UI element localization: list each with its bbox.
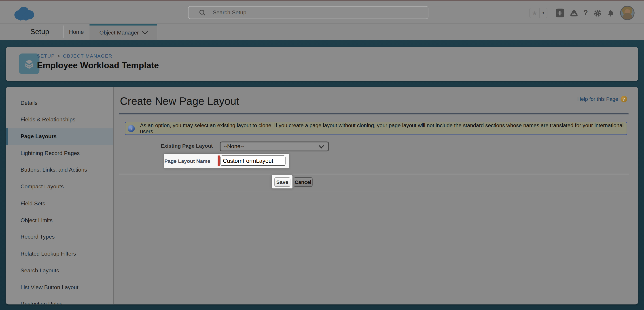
- sidebar-item-object-limits[interactable]: Object Limits: [6, 212, 113, 229]
- app-name-label: Setup: [30, 24, 49, 40]
- salesforce-setup-app: ★ ▼ ?: [0, 0, 644, 310]
- content-card: Details Fields & Relationships Page Layo…: [6, 87, 638, 305]
- search-input[interactable]: [212, 9, 394, 16]
- plus-icon: [556, 9, 564, 18]
- notifications-button[interactable]: [607, 9, 614, 17]
- setup-nav-bar: Setup Home Object Manager: [0, 24, 644, 40]
- panel-divider: [119, 191, 629, 191]
- quick-create-button[interactable]: [556, 9, 564, 18]
- page-title: Create New Page Layout: [120, 95, 239, 108]
- user-avatar[interactable]: [620, 6, 634, 20]
- sidebar-item-search-layouts[interactable]: Search Layouts: [6, 262, 113, 279]
- main-content: Create New Page Layout Help for this Pag…: [114, 87, 638, 305]
- panel-divider: [119, 174, 629, 174]
- favorites-split-button: ★ ▼: [530, 8, 548, 18]
- sidebar-item-fields-relationships[interactable]: Fields & Relationships: [6, 111, 113, 128]
- help-button[interactable]: ?: [584, 9, 588, 18]
- setup-gear-icon: [593, 9, 602, 17]
- tab-home[interactable]: Home: [63, 24, 90, 40]
- nav-separator: [157, 25, 158, 38]
- bell-icon: [607, 9, 614, 17]
- breadcrumb-separator: >: [57, 53, 60, 58]
- required-field-indicator: [218, 156, 219, 166]
- breadcrumb-object-manager-link[interactable]: OBJECT MANAGER: [63, 53, 112, 58]
- object-title: Employee Workload Template: [37, 60, 159, 70]
- sidebar-item-compact-layouts[interactable]: Compact Layouts: [6, 179, 113, 195]
- help-link-label: Help for this Page: [577, 96, 618, 102]
- help-orange-icon: ?: [620, 96, 627, 103]
- panel-top-border: [119, 113, 629, 114]
- search-icon: [199, 9, 206, 16]
- sidebar-item-restriction-rules[interactable]: Restriction Rules: [6, 296, 113, 305]
- sidebar-item-field-sets[interactable]: Field Sets: [6, 195, 113, 212]
- info-message-box: i As an option, you may select an existi…: [125, 122, 627, 135]
- global-search: [188, 6, 428, 19]
- trailhead-button[interactable]: [570, 9, 578, 18]
- global-header: ★ ▼ ?: [0, 1, 644, 24]
- selected-option-label: --None--: [224, 143, 320, 150]
- page-layout-name-input[interactable]: [220, 156, 285, 166]
- sidebar-item-record-types[interactable]: Record Types: [6, 229, 113, 246]
- breadcrumb-setup-link[interactable]: SETUP: [37, 53, 55, 58]
- tab-object-manager-label: Object Manager: [99, 30, 139, 36]
- select-chevron-down-icon: [319, 143, 324, 148]
- existing-page-layout-label: Existing Page Layout: [119, 143, 213, 149]
- sidebar-item-page-layouts[interactable]: Page Layouts: [6, 128, 113, 145]
- sidebar-item-related-lookup-filters[interactable]: Related Lookup Filters: [6, 246, 113, 262]
- trailhead-icon: [570, 9, 578, 18]
- favorites-star-icon[interactable]: ★: [530, 8, 540, 18]
- object-sidebar: Details Fields & Relationships Page Layo…: [6, 87, 114, 305]
- tab-home-label: Home: [69, 29, 84, 35]
- breadcrumb: SETUP > OBJECT MANAGER: [37, 53, 112, 58]
- existing-page-layout-select[interactable]: --None--: [220, 141, 329, 151]
- save-button[interactable]: Save: [274, 177, 290, 187]
- setup-button[interactable]: [593, 9, 602, 17]
- sidebar-item-buttons-links-actions[interactable]: Buttons, Links, and Actions: [6, 162, 113, 179]
- chevron-down-icon: [142, 29, 148, 35]
- object-manager-layers-icon: [19, 53, 39, 74]
- page-layout-name-spotlight: Page Layout Name: [164, 154, 289, 169]
- info-icon: i: [128, 125, 134, 132]
- screen: ★ ▼ ?: [0, 0, 644, 310]
- sidebar-item-lightning-record-pages[interactable]: Lightning Record Pages: [6, 145, 113, 162]
- cancel-button[interactable]: Cancel: [294, 177, 312, 187]
- object-header-card: SETUP > OBJECT MANAGER Employee Workload…: [6, 47, 638, 81]
- tab-object-manager[interactable]: Object Manager: [90, 24, 157, 40]
- page-layout-name-label: Page Layout Name: [164, 154, 210, 169]
- salesforce-cloud-logo-icon: [14, 6, 36, 20]
- favorites-caret-icon[interactable]: ▼: [540, 8, 548, 18]
- sidebar-item-list-view-button-layout[interactable]: List View Button Layout: [6, 279, 113, 296]
- info-message-text: As an option, you may select an existing…: [140, 122, 627, 135]
- header-actions: ★ ▼ ?: [530, 6, 634, 20]
- sidebar-item-details[interactable]: Details: [6, 95, 113, 112]
- help-for-this-page[interactable]: Help for this Page ?: [577, 96, 627, 103]
